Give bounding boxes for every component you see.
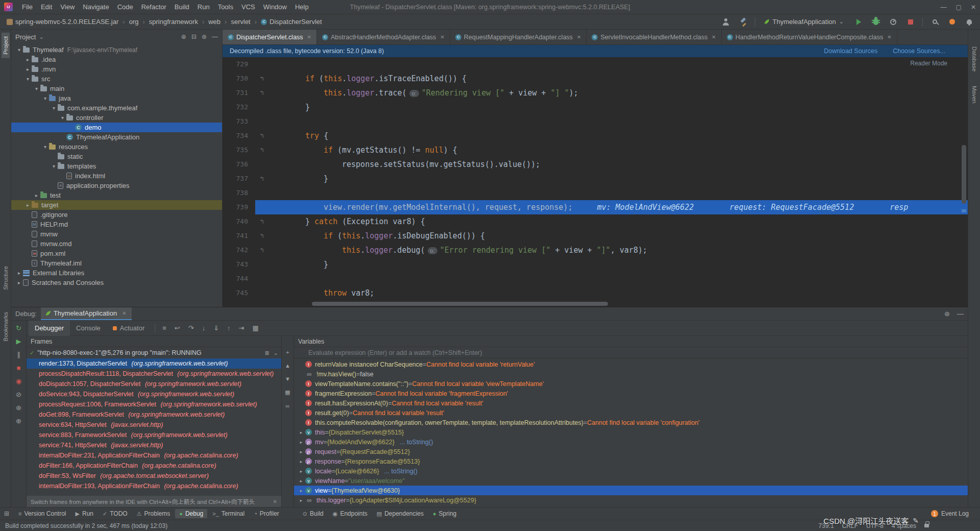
build-project-button[interactable] bbox=[738, 16, 749, 28]
tree-open-arrow-icon[interactable]: ▾ bbox=[41, 144, 49, 150]
tree-open-arrow-icon[interactable]: ▾ bbox=[24, 76, 32, 82]
project-panel-title[interactable]: Project bbox=[15, 33, 36, 41]
toolwindow-button-run[interactable]: ▶Run bbox=[71, 509, 97, 518]
code-editor[interactable]: Reader Mode 729730↰if (this.logger.isTra… bbox=[223, 57, 968, 307]
menu-item-code[interactable]: Code bbox=[113, 0, 137, 14]
expand-icon[interactable]: ▸ bbox=[297, 449, 305, 454]
toolwindow-button-problems[interactable]: ⚠Problems bbox=[133, 509, 175, 518]
tree-item-pom-xml[interactable]: mpom.xml bbox=[11, 249, 222, 258]
run-to-cursor-icon[interactable]: ⇥ bbox=[239, 324, 244, 332]
toolwindow-button-profiler[interactable]: ◔Profiler bbox=[250, 509, 283, 518]
tree-open-arrow-icon[interactable]: ▾ bbox=[15, 47, 23, 53]
tree-open-arrow-icon[interactable]: ▾ bbox=[41, 95, 49, 101]
editor-tab-handlermethodreturnvaluehandlercomposite-class[interactable]: CHandlerMethodReturnValueHandlerComposit… bbox=[722, 30, 897, 44]
share-button[interactable] bbox=[720, 16, 731, 28]
frame-row-service-883[interactable]: service:883, FrameworkServlet (org.sprin… bbox=[27, 430, 281, 440]
menu-item-edit[interactable]: Edit bbox=[37, 0, 56, 14]
tostring-link[interactable]: ... toString() bbox=[400, 439, 433, 446]
variable-row-response[interactable]: ▸presponse = {ResponseFacade@5513} bbox=[294, 456, 968, 466]
menu-item-vcs[interactable]: VCS bbox=[237, 0, 259, 14]
tree-closed-arrow-icon[interactable]: ▸ bbox=[15, 270, 23, 276]
close-tab-icon[interactable]: ✕ bbox=[712, 34, 716, 40]
frame-row-dodispatch-1057[interactable]: doDispatch:1057, DispatcherServlet (org.… bbox=[27, 379, 281, 389]
breadcrumb-dispatcherservlet[interactable]: CDispatcherServlet bbox=[259, 17, 324, 27]
code-line-738[interactable]: 738 bbox=[223, 186, 968, 200]
tree-item-mvnw-cmd[interactable]: mvnw.cmd bbox=[11, 239, 222, 249]
menu-item-build[interactable]: Build bbox=[170, 0, 193, 14]
status-message[interactable]: Build completed successfully in 2 sec, 4… bbox=[5, 522, 167, 529]
variable-row-mv[interactable]: ▸pmv = {ModelAndView@6622}... toString() bbox=[294, 437, 968, 447]
tree-item-com-example-thymeleaf[interactable]: ▾com.example.thymeleaf bbox=[11, 103, 222, 113]
maximize-button[interactable]: ▢ bbox=[956, 4, 962, 11]
variable-row-watch-2[interactable]: !viewTemplateName.contains("::") = Canno… bbox=[294, 379, 968, 389]
profiler-button[interactable] bbox=[888, 16, 899, 28]
menu-item-window[interactable]: Window bbox=[259, 0, 291, 14]
menu-item-run[interactable]: Run bbox=[193, 0, 214, 14]
menu-item-file[interactable]: File bbox=[18, 0, 37, 14]
code-line-731[interactable]: 731↰this.logger.trace(o:"Rendering view … bbox=[223, 86, 968, 100]
close-icon[interactable]: ✕ bbox=[273, 499, 277, 504]
editor-tab-requestmappinghandleradapter-class[interactable]: CRequestMappingHandlerAdapter.class✕ bbox=[450, 30, 587, 44]
tree-item-main[interactable]: ▾main bbox=[11, 84, 222, 93]
frame-row-service-741[interactable]: service:741, HttpServlet (javax.servlet.… bbox=[27, 440, 281, 450]
frame-row-dofilter-166[interactable]: doFilter:166, ApplicationFilterChain (or… bbox=[27, 461, 281, 471]
rerun-icon[interactable]: ↻ bbox=[16, 325, 21, 331]
variable-row-this[interactable]: ▸vthis = {DispatcherServlet@5515} bbox=[294, 427, 968, 437]
stop-button[interactable] bbox=[905, 16, 916, 28]
filter-frames-icon[interactable]: ≣ bbox=[265, 350, 270, 356]
frame-row-dofilter-53[interactable]: doFilter:53, WsFilter (org.apache.tomcat… bbox=[27, 471, 281, 481]
tree-item-external-libraries[interactable]: ▸External Libraries bbox=[11, 268, 222, 278]
variable-row-watch-4[interactable]: !result.hasExpressionAt(0) = Cannot find… bbox=[294, 398, 968, 408]
code-line-740[interactable]: 740↰} catch (Exception var8) { bbox=[223, 214, 968, 229]
tab-actuator[interactable]: Actuator bbox=[107, 321, 151, 336]
debug-button[interactable] bbox=[870, 16, 881, 28]
view-breakpoints-icon[interactable]: ◉ bbox=[16, 378, 21, 384]
breadcrumb-servlet[interactable]: servlet bbox=[229, 17, 252, 27]
step-into-icon[interactable]: ↓ bbox=[202, 324, 206, 332]
variable-row-watch-0[interactable]: !returnValue instanceof CharSequence = C… bbox=[294, 359, 968, 369]
lock-icon[interactable] bbox=[924, 524, 929, 527]
thread-selector[interactable]: ✓ "http-nio-8080-exec-1"@5,276 in group … bbox=[27, 347, 281, 358]
close-tab-icon[interactable]: ✕ bbox=[577, 34, 581, 40]
tree-item-idea[interactable]: ▸.idea bbox=[11, 55, 222, 64]
tree-item-thymeleaf[interactable]: ▾ThymeleafF:\javasec-env\Thymeleaf bbox=[11, 45, 222, 55]
code-line-743[interactable]: 743} bbox=[223, 257, 968, 272]
notifications-button[interactable] bbox=[964, 16, 975, 28]
editor-horizontal-scrollbar[interactable] bbox=[255, 301, 961, 307]
debug-session-tab[interactable]: ThymeleafApplication ✕ bbox=[41, 307, 132, 320]
tree-item-demo[interactable]: Cdemo bbox=[11, 123, 222, 132]
expand-icon[interactable]: ▸ bbox=[297, 498, 305, 503]
collapse-all-icon[interactable]: ⊟ bbox=[191, 33, 197, 40]
tree-closed-arrow-icon[interactable]: ▸ bbox=[24, 66, 32, 72]
choose-sources-link[interactable]: Choose Sources... bbox=[893, 47, 945, 55]
sidebar-item-bookmarks[interactable]: Bookmarks bbox=[2, 308, 10, 345]
tree-item-thymeleafapplication[interactable]: CThymeleafApplication bbox=[11, 132, 222, 142]
tree-closed-arrow-icon[interactable]: ▸ bbox=[24, 57, 32, 62]
variable-row-watch-5[interactable]: !result.get(0) = Cannot find local varia… bbox=[294, 408, 968, 418]
frame-row-internaldofilter-193[interactable]: internalDoFilter:193, ApplicationFilterC… bbox=[27, 481, 281, 491]
code-line-732[interactable]: 732} bbox=[223, 100, 968, 114]
chevron-down-icon[interactable]: ⌄ bbox=[274, 350, 278, 356]
tree-open-arrow-icon[interactable]: ▾ bbox=[33, 86, 40, 91]
pause-icon[interactable]: ∥ bbox=[17, 351, 20, 358]
toolwindow-button-build[interactable]: ⊙Build bbox=[299, 509, 328, 518]
event-log-button[interactable]: 1 Event Log bbox=[931, 510, 976, 517]
close-tab-icon[interactable]: ✕ bbox=[440, 34, 444, 40]
frame-row-doservice-943[interactable]: doService:943, DispatcherServlet (org.sp… bbox=[27, 389, 281, 399]
code-line-737[interactable]: 737↰} bbox=[223, 172, 968, 186]
locate-file-icon[interactable]: ⊕ bbox=[181, 33, 186, 40]
close-button[interactable]: ✕ bbox=[971, 4, 976, 11]
editor-tab-dispatcherservlet-class[interactable]: CDispatcherServlet.class✕ bbox=[223, 30, 317, 44]
close-tab-icon[interactable]: ✕ bbox=[887, 34, 891, 40]
run-configuration-selector[interactable]: ThymeleafApplication ⌄ bbox=[762, 17, 847, 27]
expand-icon[interactable]: ▸ bbox=[297, 469, 305, 474]
mute-breakpoints-icon[interactable]: ⊘ bbox=[16, 391, 21, 398]
editor-tab-abstracthandlermethodadapter-class[interactable]: CAbstractHandlerMethodAdapter.class✕ bbox=[317, 30, 450, 44]
variable-row-viewname[interactable]: ▸vviewName = "user/aaa/welcome" bbox=[294, 476, 968, 486]
gear-icon[interactable]: ⊛ bbox=[944, 310, 950, 318]
code-line-730[interactable]: 730↰if (this.logger.isTraceEnabled()) { bbox=[223, 71, 968, 86]
expand-icon[interactable]: ▸ bbox=[297, 478, 305, 484]
tool-window-switcher-icon[interactable]: ⊞ bbox=[4, 510, 9, 517]
code-line-745[interactable]: 745throw var8; bbox=[223, 286, 968, 300]
close-tab-icon[interactable]: ✕ bbox=[307, 34, 311, 40]
